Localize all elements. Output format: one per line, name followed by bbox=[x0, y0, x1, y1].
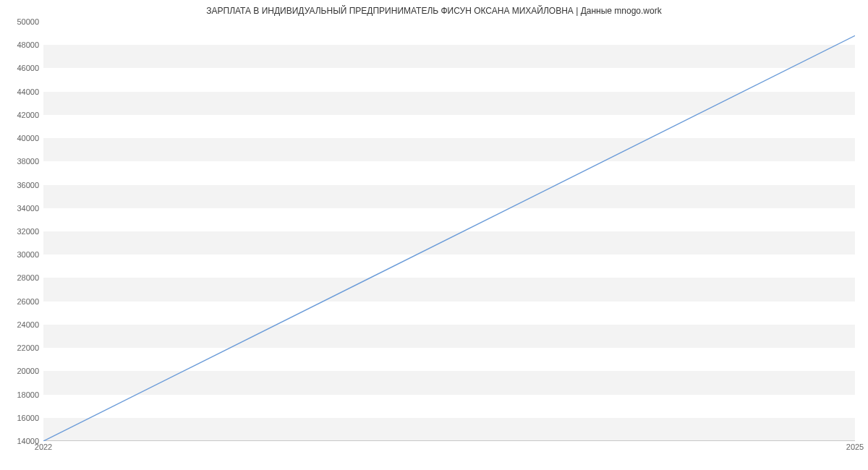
y-tick-label: 26000 bbox=[9, 297, 39, 306]
y-tick-label: 36000 bbox=[9, 181, 39, 189]
y-tick-label: 24000 bbox=[9, 320, 39, 329]
y-tick-label: 34000 bbox=[9, 204, 39, 213]
y-tick-label: 50000 bbox=[9, 17, 39, 26]
y-tick-label: 44000 bbox=[9, 87, 39, 96]
y-tick-label: 18000 bbox=[9, 390, 39, 399]
chart-area: 1400016000180002000022000240002600028000… bbox=[43, 22, 855, 441]
y-tick-label: 22000 bbox=[9, 343, 39, 352]
y-tick-label: 32000 bbox=[9, 227, 39, 236]
y-tick-label: 20000 bbox=[9, 367, 39, 375]
y-tick-label: 28000 bbox=[9, 273, 39, 282]
y-tick-label: 42000 bbox=[9, 111, 39, 119]
x-tick-label: 2025 bbox=[846, 443, 864, 451]
y-tick-label: 30000 bbox=[9, 250, 39, 259]
y-tick-label: 40000 bbox=[9, 134, 39, 142]
line-series bbox=[43, 22, 855, 441]
x-tick-label: 2022 bbox=[35, 443, 52, 451]
y-tick-label: 48000 bbox=[9, 40, 39, 49]
y-tick-label: 46000 bbox=[9, 64, 39, 72]
chart-title: ЗАРПЛАТА В ИНДИВИДУАЛЬНЫЙ ПРЕДПРИНИМАТЕЛ… bbox=[0, 0, 868, 16]
y-tick-label: 16000 bbox=[9, 414, 39, 422]
y-tick-label: 38000 bbox=[9, 157, 39, 166]
